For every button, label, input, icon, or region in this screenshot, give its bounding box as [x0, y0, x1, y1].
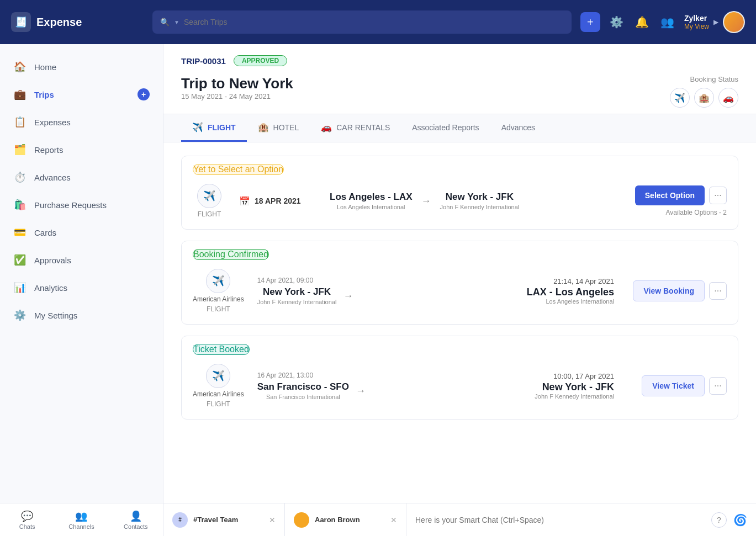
- from-city-3: San Francisco - SFO: [257, 381, 349, 392]
- tab-car-rentals-label: CAR RENTALS: [336, 123, 390, 132]
- aaron-close[interactable]: ✕: [390, 516, 397, 524]
- reports-icon: 🗂️: [13, 144, 27, 156]
- booking-icons: ✈️ 🏨 🚗: [670, 88, 738, 108]
- depart-time-3: 16 Apr 2021, 13:00: [257, 372, 313, 379]
- tab-associated-reports[interactable]: Associated Reports: [401, 114, 490, 142]
- route-from-3: San Francisco - SFO San Francisco Intern…: [257, 381, 349, 400]
- tab-hotel-label: HOTEL: [273, 123, 299, 132]
- sidebar-item-label: Cards: [34, 228, 56, 237]
- purchase-icon: 🛍️: [13, 199, 27, 211]
- analytics-icon: 📊: [13, 282, 27, 294]
- flight-status-banner-3: Ticket Booked: [193, 344, 250, 355]
- flight-type-label-1: FLIGHT: [198, 210, 221, 218]
- flight-route-3: 16 Apr 2021, 13:00 San Francisco - SFO S…: [257, 372, 522, 400]
- tab-flight-label: FLIGHT: [208, 123, 236, 132]
- airline-name-2: American Airlines: [193, 295, 244, 303]
- users-icon[interactable]: 👥: [659, 13, 676, 31]
- aaron-brown-chat[interactable]: Aaron Brown ✕: [285, 503, 406, 536]
- sidebar-item-advances[interactable]: ⏱️ Advances: [0, 163, 163, 191]
- tab-advances-label: Advances: [501, 123, 535, 132]
- sidebar-item-label: Trips: [34, 90, 54, 99]
- user-avatar[interactable]: [723, 11, 745, 33]
- from-city-2: New York - JFK: [257, 286, 337, 298]
- expenses-icon: 📋: [13, 116, 27, 128]
- contacts-tab[interactable]: 👤 Contacts: [109, 503, 163, 536]
- main-layout: 🏠 Home 💼 Trips + 📋 Expenses 🗂️ Reports ⏱…: [0, 44, 756, 503]
- flight-card-body-3: ✈️ American Airlines FLIGHT 16 Apr 2021,…: [182, 355, 738, 419]
- trips-add-badge[interactable]: +: [138, 88, 150, 100]
- tab-hotel[interactable]: 🏨 HOTEL: [247, 114, 310, 142]
- route-to-1: New York - JFK John F Kennedy Internatio…: [440, 192, 520, 210]
- sidebar-item-home[interactable]: 🏠 Home: [0, 53, 163, 81]
- trip-dates: 15 May 2021 - 24 May 2021: [181, 92, 293, 100]
- notifications-icon[interactable]: 🔔: [633, 13, 651, 31]
- settings-icon[interactable]: ⚙️: [608, 13, 626, 31]
- sidebar-item-expenses[interactable]: 📋 Expenses: [0, 108, 163, 136]
- smart-chat-input[interactable]: [415, 516, 705, 524]
- booking-status: Booking Status ✈️ 🏨 🚗: [670, 75, 738, 108]
- trips-icon: 💼: [13, 88, 27, 100]
- sidebar-item-approvals[interactable]: ✅ Approvals: [0, 246, 163, 274]
- flight-route-2: 14 Apr 2021, 09:00 New York - JFK John F…: [257, 277, 514, 305]
- add-button[interactable]: +: [580, 12, 600, 32]
- app-title: Expense: [36, 16, 82, 29]
- channels-tab[interactable]: 👥 Channels: [54, 503, 108, 536]
- flight-actions-1: Select Option ··· Available Options - 2: [627, 185, 727, 216]
- more-options-button-2[interactable]: ···: [709, 282, 727, 300]
- to-city-2: LAX - Los Angeles: [527, 286, 614, 298]
- travel-team-name: #Travel Team: [193, 516, 263, 524]
- search-dropdown-icon: ▼: [174, 19, 179, 25]
- smart-chat-area: ? 🌀: [406, 503, 756, 536]
- sidebar-item-trips[interactable]: 💼 Trips +: [0, 81, 163, 108]
- trip-status-badge: APPROVED: [234, 55, 287, 66]
- sidebar-item-purchase-requests[interactable]: 🛍️ Purchase Requests: [0, 191, 163, 219]
- route-arrow-3: →: [356, 385, 366, 397]
- chats-label: Chats: [19, 523, 35, 530]
- flight-tab-icon: ✈️: [192, 122, 203, 132]
- car-status-icon[interactable]: 🚗: [718, 88, 738, 108]
- search-bar[interactable]: 🔍 ▼: [152, 10, 572, 34]
- approvals-icon: ✅: [13, 254, 27, 266]
- to-airport-2: Los Angeles International: [527, 298, 614, 305]
- flight-card-body-2: ✈️ American Airlines FLIGHT 14 Apr 2021,…: [182, 260, 738, 324]
- from-airport-1: Los Angeles International: [330, 204, 413, 210]
- to-city-3: New York - JFK: [535, 381, 614, 393]
- tab-flight[interactable]: ✈️ FLIGHT: [181, 114, 247, 142]
- arrive-time-3: 10:00, 17 Apr 2021: [535, 372, 614, 380]
- tab-advances[interactable]: Advances: [490, 114, 546, 142]
- aaron-name: Aaron Brown: [315, 516, 385, 524]
- more-options-button-1[interactable]: ···: [709, 187, 727, 204]
- advances-icon: ⏱️: [13, 171, 27, 183]
- flight-date-col-1: 📅 18 APR 2021: [239, 196, 316, 206]
- sidebar-item-analytics[interactable]: 📊 Analytics: [0, 274, 163, 301]
- sidebar-item-my-settings[interactable]: ⚙️ My Settings: [0, 301, 163, 329]
- sidebar-item-reports[interactable]: 🗂️ Reports: [0, 136, 163, 163]
- flight-status-icon[interactable]: ✈️: [670, 88, 690, 108]
- more-options-button-3[interactable]: ···: [709, 377, 727, 395]
- chats-tab[interactable]: 💬 Chats: [0, 503, 54, 536]
- flight-type-label-2: FLIGHT: [207, 305, 230, 313]
- chat-help-button[interactable]: ?: [711, 512, 727, 528]
- user-view[interactable]: My View: [684, 23, 709, 30]
- tab-car-rentals[interactable]: 🚗 CAR RENTALS: [310, 114, 401, 142]
- select-option-button[interactable]: Select Option: [635, 185, 705, 205]
- channels-icon: 👥: [75, 510, 87, 522]
- aaron-avatar: [294, 512, 309, 528]
- flight-route-1: Los Angeles - LAX Los Angeles Internatio…: [330, 192, 614, 210]
- flight-time-info-2: 21:14, 14 Apr 2021 LAX - Los Angeles Los…: [527, 277, 614, 305]
- flight-actions-3: View Ticket ···: [627, 375, 727, 396]
- view-ticket-button[interactable]: View Ticket: [642, 375, 705, 396]
- view-booking-button[interactable]: View Booking: [633, 280, 705, 301]
- chat-emoji-button[interactable]: 🌀: [733, 513, 747, 527]
- from-airport-2: John F Kennedy International: [257, 299, 337, 305]
- search-input[interactable]: [184, 18, 564, 26]
- travel-team-close[interactable]: ✕: [269, 516, 276, 524]
- travel-team-chat[interactable]: # #Travel Team ✕: [163, 503, 285, 536]
- chat-sidebar-bottom: 💬 Chats 👥 Channels 👤 Contacts: [0, 503, 163, 536]
- home-icon: 🏠: [13, 61, 27, 73]
- hotel-status-icon[interactable]: 🏨: [694, 88, 714, 108]
- sidebar-item-cards[interactable]: 💳 Cards: [0, 219, 163, 246]
- chats-icon: 💬: [21, 510, 33, 522]
- from-city-1: Los Angeles - LAX: [330, 192, 413, 203]
- flight-actions-2: View Booking ···: [627, 280, 727, 301]
